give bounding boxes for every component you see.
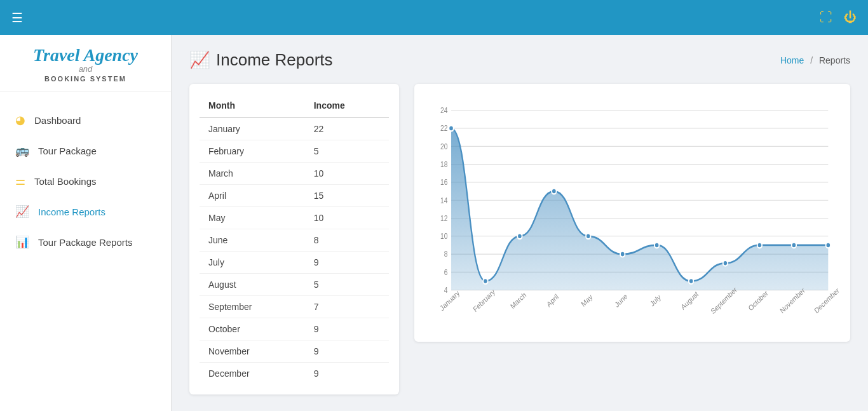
navbar-right: ⛶ ⏻ [820,10,857,25]
svg-point-30 [723,260,728,266]
tour-icon: 🚌 [15,144,29,158]
svg-text:July: July [649,293,662,308]
cell-month: July [200,252,305,274]
sidebar-item-label-pkg-reports: Tour Package Reports [38,237,132,248]
cell-month: February [200,140,305,163]
table-row: February5 [200,140,389,163]
svg-point-26 [586,233,590,239]
main-layout: Travel Agency and BOOKING SYSTEM ◕ Dashb… [0,35,868,411]
svg-text:October: October [747,288,770,312]
cell-income: 10 [305,163,389,185]
income-icon: 📈 [15,205,29,219]
sidebar-item-total-bookings[interactable]: ⚌ Total Bookings [0,166,171,196]
bookings-icon: ⚌ [15,174,25,188]
table-row: April15 [200,185,389,207]
cell-income: 9 [305,363,389,385]
content-area: 📈 Income Reports Home / Reports Month In… [172,35,868,411]
svg-point-32 [792,243,796,248]
table-row: December9 [200,363,389,385]
cell-month: October [200,318,305,340]
income-table: Month Income January22February5March10Ap… [200,94,389,384]
svg-text:20: 20 [440,142,447,151]
svg-text:6: 6 [444,268,448,276]
svg-text:4: 4 [444,286,448,294]
cell-month: August [200,274,305,296]
page-title-icon: 📈 [189,50,210,70]
table-row: January22 [200,118,389,140]
cell-month: January [200,118,305,140]
svg-text:June: June [613,292,628,309]
svg-text:January: January [438,288,461,312]
cell-month: September [200,296,305,318]
page-title: 📈 Income Reports [189,50,333,70]
cell-income: 5 [305,140,389,163]
sidebar-item-label-bookings: Total Bookings [34,176,97,187]
table-row: March10 [200,163,389,185]
navbar-left: ☰ [11,10,23,25]
breadcrumb-current: Reports [819,55,850,65]
sidebar-item-tour-package-reports[interactable]: 📊 Tour Package Reports [0,227,171,257]
svg-text:16: 16 [440,179,447,187]
svg-point-25 [552,189,556,194]
svg-point-24 [517,233,522,239]
svg-point-28 [654,243,659,248]
cell-month: December [200,363,305,385]
cell-income: 9 [305,318,389,340]
navbar: ☰ ⛶ ⏻ [0,0,868,35]
expand-icon[interactable]: ⛶ [820,10,832,25]
sidebar-logo: Travel Agency and BOOKING SYSTEM [0,35,171,92]
breadcrumb: Home / Reports [780,55,850,65]
svg-text:14: 14 [440,196,447,205]
cell-income: 7 [305,296,389,318]
chart-container: 4681012141618202224 JanuaryFebruaryMarch… [424,97,840,332]
sidebar-item-tour-package[interactable]: 🚌 Tour Package [0,135,171,166]
svg-text:10: 10 [440,232,447,240]
cell-income: 15 [305,185,389,207]
table-card: Month Income January22February5March10Ap… [189,84,399,394]
breadcrumb-sep: / [810,55,813,65]
cell-income: 9 [305,340,389,363]
sidebar-item-dashboard[interactable]: ◕ Dashboard [0,105,171,135]
logo-booking: BOOKING SYSTEM [13,75,158,83]
cell-income: 8 [305,229,389,252]
svg-point-27 [620,252,625,257]
sidebar: Travel Agency and BOOKING SYSTEM ◕ Dashb… [0,35,172,411]
hamburger-icon[interactable]: ☰ [11,10,23,25]
svg-text:February: February [471,287,496,313]
panels-row: Month Income January22February5March10Ap… [189,84,850,394]
col-income: Income [305,94,389,118]
svg-point-22 [449,126,453,131]
sidebar-nav: ◕ Dashboard 🚌 Tour Package ⚌ Total Booki… [0,92,171,270]
table-row: June8 [200,229,389,252]
svg-point-29 [689,278,693,284]
income-chart: 4681012141618202224 JanuaryFebruaryMarch… [424,97,840,332]
cell-month: March [200,163,305,185]
page-header: 📈 Income Reports Home / Reports [189,50,850,70]
power-icon[interactable]: ⏻ [844,10,857,25]
cell-month: April [200,185,305,207]
table-row: November9 [200,340,389,363]
svg-text:May: May [580,293,593,309]
table-row: May10 [200,207,389,229]
cell-income: 9 [305,252,389,274]
chart-card: 4681012141618202224 JanuaryFebruaryMarch… [414,84,850,342]
cell-month: May [200,207,305,229]
table-row: September7 [200,296,389,318]
svg-text:12: 12 [440,214,447,222]
svg-point-33 [826,243,831,248]
svg-text:March: March [509,290,527,310]
cell-income: 10 [305,207,389,229]
sidebar-item-label-income: Income Reports [38,206,105,217]
svg-text:April: April [545,292,560,308]
svg-text:8: 8 [444,250,448,259]
logo-travel: Travel Agency [13,46,158,64]
pkg-reports-icon: 📊 [15,235,29,249]
logo-and: and [13,64,158,74]
sidebar-item-label-dashboard: Dashboard [34,115,81,126]
sidebar-item-income-reports[interactable]: 📈 Income Reports [0,196,171,227]
cell-income: 22 [305,118,389,140]
breadcrumb-home[interactable]: Home [780,55,804,65]
cell-month: November [200,340,305,363]
table-row: July9 [200,252,389,274]
svg-point-23 [483,278,487,284]
